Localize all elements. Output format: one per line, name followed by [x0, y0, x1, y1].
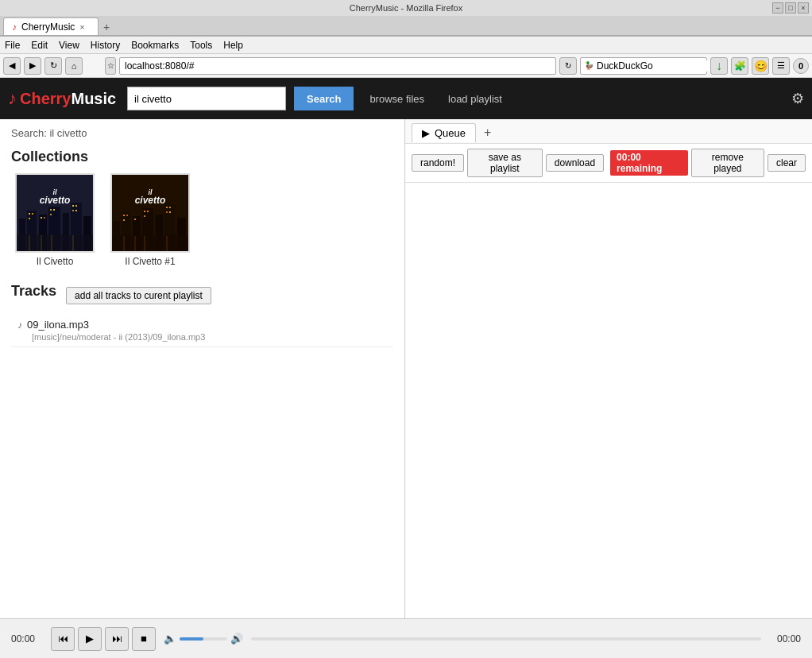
- app-wrapper: ♪ CherryMusic Search browse files load p…: [0, 78, 812, 658]
- save-as-playlist-btn[interactable]: save as playlist: [467, 149, 543, 177]
- album-cover-2[interactable]: il civetto: [110, 173, 190, 253]
- main-content: Search: il civetto Collections: [0, 119, 812, 618]
- stop-btn[interactable]: ■: [132, 627, 156, 651]
- svg-text:civetto: civetto: [40, 195, 71, 206]
- svg-rect-13: [50, 209, 52, 211]
- menu-history[interactable]: History: [91, 40, 120, 51]
- menu-file[interactable]: File: [5, 40, 20, 51]
- svg-rect-17: [75, 205, 77, 207]
- forward-btn[interactable]: ▶: [24, 57, 41, 75]
- add-queue-btn[interactable]: +: [476, 122, 499, 143]
- track-name-row: ♪ 09_ilona.mp3: [17, 319, 387, 331]
- prev-btn[interactable]: ⏮: [51, 627, 75, 651]
- profile-btn[interactable]: 😊: [752, 57, 769, 75]
- svg-rect-42: [166, 207, 168, 208]
- svg-rect-39: [144, 211, 145, 212]
- download-btn[interactable]: ↓: [710, 57, 728, 75]
- menu-bookmarks[interactable]: Bookmarks: [131, 40, 179, 51]
- reload-btn[interactable]: ↻: [44, 57, 62, 75]
- search-engine-label: DuckDuckGo: [597, 60, 653, 72]
- remove-played-btn[interactable]: remove played: [691, 149, 764, 177]
- browse-files-link[interactable]: browse files: [362, 93, 432, 105]
- svg-rect-18: [72, 210, 74, 211]
- clear-btn[interactable]: clear: [768, 154, 806, 172]
- player-time-right: 00:00: [769, 633, 801, 644]
- browser-nav-bar: ◀ ▶ ↻ ⌂ ☆ ↻ 🦆 DuckDuckGo 🔍 ↓ 🧩 😊 ☰ 0: [0, 54, 812, 78]
- svg-rect-14: [53, 209, 55, 211]
- download-btn[interactable]: download: [546, 154, 604, 172]
- volume-controls: 🔈 🔊: [164, 633, 243, 644]
- maximize-btn[interactable]: □: [785, 2, 796, 14]
- window-controls[interactable]: − □ ×: [772, 2, 809, 14]
- browser-search-box: 🦆 DuckDuckGo 🔍: [580, 57, 707, 75]
- queue-tab-label: Queue: [435, 127, 466, 139]
- browser-title-bar: CherryMusic - Mozilla Firefox − □ ×: [0, 0, 812, 16]
- app-header: ♪ CherryMusic Search browse files load p…: [0, 78, 812, 119]
- album-title-1: Il Civetto: [37, 256, 74, 267]
- add-all-tracks-btn[interactable]: add all tracks to curent playlist: [66, 287, 211, 304]
- svg-rect-19: [75, 210, 77, 211]
- browser-tab-cherrymusic[interactable]: ♪ CherryMusic ×: [3, 17, 99, 35]
- volume-low-icon[interactable]: 🔈: [164, 633, 176, 644]
- refresh-btn[interactable]: ↻: [559, 57, 577, 75]
- queue-tab[interactable]: ▶ Queue: [412, 123, 476, 142]
- menu-btn[interactable]: ☰: [772, 57, 790, 75]
- menu-help[interactable]: Help: [223, 40, 243, 51]
- minimize-btn[interactable]: −: [772, 2, 783, 14]
- home-btn[interactable]: ⌂: [65, 57, 83, 75]
- app-logo: ♪ CherryMusic: [8, 88, 119, 109]
- album-item[interactable]: il civetto Il Civetto #1: [106, 173, 194, 267]
- album-item[interactable]: il civetto Il Civetto: [11, 173, 99, 267]
- progress-container[interactable]: [251, 637, 761, 641]
- browser-search-input[interactable]: [656, 60, 712, 72]
- left-panel: Search: il civetto Collections: [0, 119, 405, 618]
- app-search-button[interactable]: Search: [294, 87, 354, 110]
- address-bar[interactable]: [119, 57, 556, 75]
- album-cover-1[interactable]: il civetto: [15, 173, 95, 253]
- menu-tools[interactable]: Tools: [190, 40, 212, 51]
- svg-rect-8: [29, 213, 30, 215]
- browser-title: CherryMusic - Mozilla Firefox: [350, 3, 462, 13]
- svg-rect-45: [169, 211, 171, 213]
- svg-rect-10: [29, 218, 30, 219]
- search-label: Search: il civetto: [11, 127, 393, 139]
- tab-label: CherryMusic: [21, 21, 75, 33]
- svg-rect-38: [134, 219, 136, 220]
- svg-rect-46: [110, 235, 190, 251]
- play-btn[interactable]: ▶: [78, 627, 102, 651]
- volume-high-icon[interactable]: 🔊: [230, 633, 243, 644]
- settings-icon[interactable]: ⚙: [791, 90, 804, 107]
- remaining-badge: 00:00 remaining: [610, 150, 688, 176]
- next-btn[interactable]: ⏭: [105, 627, 129, 651]
- right-panel: ▶ Queue + random! save as playlist downl…: [405, 119, 812, 618]
- player-bar: 00:00 ⏮ ▶ ⏭ ■ 🔈 🔊 00:00: [0, 618, 812, 658]
- random-btn[interactable]: random!: [412, 154, 464, 172]
- track-item[interactable]: ♪ 09_ilona.mp3 [music]/neu/moderat - ii …: [11, 314, 393, 347]
- svg-rect-9: [32, 213, 33, 215]
- close-btn[interactable]: ×: [798, 2, 809, 14]
- svg-rect-20: [15, 234, 95, 251]
- bookmark-star-btn[interactable]: ☆: [105, 57, 116, 75]
- new-tab-btn[interactable]: +: [99, 19, 114, 35]
- svg-rect-12: [44, 217, 45, 219]
- player-time-left: 00:00: [11, 633, 43, 644]
- browser-menu-bar: File Edit View History Bookmarks Tools H…: [0, 37, 812, 54]
- volume-slider[interactable]: [180, 637, 227, 641]
- svg-rect-44: [166, 211, 168, 213]
- back-btn[interactable]: ◀: [3, 57, 21, 75]
- track-path: [music]/neu/moderat - ii (2013)/09_ilona…: [17, 332, 387, 342]
- menu-edit[interactable]: Edit: [31, 40, 48, 51]
- load-playlist-link[interactable]: load playlist: [440, 93, 510, 105]
- svg-rect-43: [169, 207, 171, 208]
- browser-tab-bar: ♪ CherryMusic × +: [0, 16, 812, 37]
- tab-close-btn[interactable]: ×: [79, 22, 84, 32]
- collections-title: Collections: [11, 149, 393, 165]
- tracks-title: Tracks: [11, 283, 56, 300]
- extensions-btn[interactable]: 🧩: [731, 57, 748, 75]
- track-name: 09_ilona.mp3: [27, 319, 89, 331]
- music-icon: ♪: [17, 319, 22, 331]
- menu-view[interactable]: View: [59, 40, 79, 51]
- app-search-input[interactable]: [127, 87, 286, 110]
- player-controls: ⏮ ▶ ⏭ ■: [51, 627, 156, 651]
- queue-content: [405, 183, 812, 618]
